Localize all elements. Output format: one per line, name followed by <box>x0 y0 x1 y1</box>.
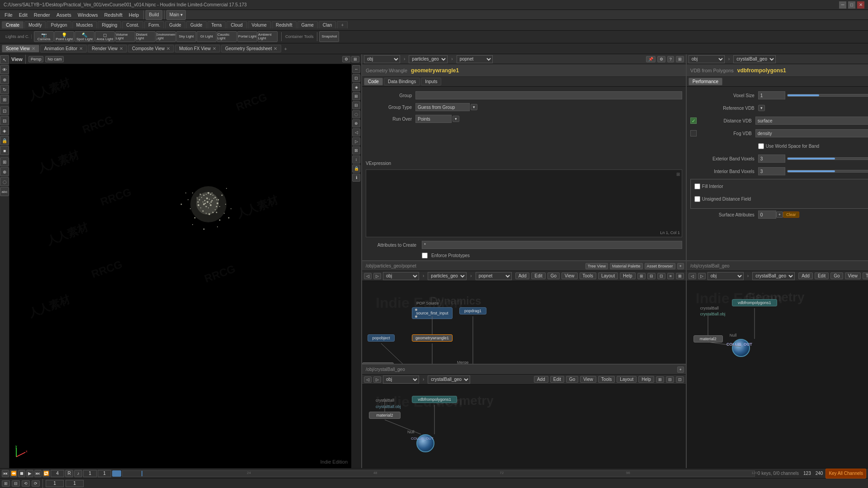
grid-tool[interactable]: ⊞ <box>0 157 9 166</box>
audio-btn[interactable]: ♪ <box>74 470 82 477</box>
shelf-tab-game[interactable]: Game <box>297 21 318 28</box>
ng-top-geo-select[interactable]: particles_geo <box>428 272 467 280</box>
vp-rt-9[interactable]: ▷ <box>352 137 360 145</box>
tab-scene-view-close[interactable]: ✕ <box>32 46 35 51</box>
spot-light-tool[interactable]: 🔦Spot Light <box>75 31 94 42</box>
menu-render[interactable]: Render <box>31 11 53 19</box>
props-help-btn[interactable]: ? <box>667 56 674 62</box>
add-tab-button[interactable]: + <box>282 46 288 52</box>
vp-rt-13[interactable]: ℹ <box>352 174 360 182</box>
bt-btn-2[interactable]: ⊟ <box>12 480 20 487</box>
shelf-tab-redshift[interactable]: Redshift <box>272 21 297 28</box>
ng-bot-icon2[interactable]: ⊟ <box>666 376 674 383</box>
props-tab-code[interactable]: Code <box>364 78 383 85</box>
ng-top-icon3[interactable]: ⊡ <box>657 273 665 279</box>
caustic-light-tool[interactable]: Caustic Light <box>217 31 237 42</box>
rng-go-menu[interactable]: Go <box>830 272 843 279</box>
shelf-tab-form[interactable]: Form. <box>144 21 164 28</box>
vexpression-input[interactable] <box>366 170 682 206</box>
shelf-tab-const[interactable]: Const. <box>122 21 143 28</box>
end-frame-input[interactable]: 1 <box>98 470 111 477</box>
ng-top-icon1[interactable]: ⊞ <box>637 273 646 279</box>
ng-top-view-menu[interactable]: View <box>561 272 578 279</box>
vp-rt-5[interactable]: ⊟ <box>352 101 360 109</box>
ng-bot-add-menu[interactable]: Add <box>534 376 548 383</box>
rotate-tool[interactable]: ↻ <box>0 85 9 94</box>
ng-top-icon2[interactable]: ⊟ <box>647 273 656 279</box>
surface-attrs-input[interactable]: 0 <box>758 211 776 219</box>
persp-dropdown[interactable]: Persp <box>28 56 44 62</box>
close-button[interactable]: ✕ <box>857 1 864 9</box>
stop-btn[interactable]: ⏹ <box>18 470 25 477</box>
rng-edit-menu[interactable]: Edit <box>815 272 829 279</box>
tab-motion-fx[interactable]: Motion FX View✕ <box>175 45 220 52</box>
props-pin-btn[interactable]: 📌 <box>646 56 656 62</box>
ng-bot-view-menu[interactable]: View <box>580 376 596 383</box>
point-light-tool[interactable]: 💡Point Light <box>54 31 74 42</box>
shelf-tab-rigging[interactable]: Rigging <box>98 21 121 28</box>
menu-edit[interactable]: Edit <box>16 11 30 19</box>
shelf-tab-guide1[interactable]: Guide <box>165 21 185 28</box>
play-start-btn[interactable]: ⏮ <box>2 470 9 477</box>
shelf-tab-volume[interactable]: Volume <box>248 21 271 28</box>
ng-bot-add-btn[interactable]: + <box>677 366 684 373</box>
ng-bot-icon1[interactable]: ⊞ <box>656 376 664 383</box>
reference-vdb-menu[interactable]: ▾ <box>758 105 765 111</box>
props-settings-btn[interactable]: ⚙ <box>657 56 665 62</box>
rng-obj-select[interactable]: obj <box>708 272 744 280</box>
transform-tool[interactable]: ⊕ <box>0 75 9 84</box>
ng-bot-help-menu[interactable]: Help <box>638 376 654 383</box>
vp-rt-3[interactable]: ◈ <box>352 83 360 91</box>
key-all-channels-btn[interactable]: Key All Channels <box>826 469 866 479</box>
props-geo-select[interactable]: particles_geo <box>409 55 448 63</box>
expand-vex-btn[interactable]: ⊞ <box>676 172 680 177</box>
menu-file[interactable]: File <box>2 11 15 19</box>
clear-btn[interactable]: Clear <box>783 211 799 218</box>
node-popobject[interactable]: popobject <box>368 334 395 342</box>
step-back-btn[interactable]: ⏪ <box>10 470 17 477</box>
unsigned-dist-checkbox[interactable] <box>694 196 700 202</box>
gi-light-tool[interactable]: GI Light <box>197 31 217 42</box>
rng-tb1[interactable]: ◁ <box>689 273 696 279</box>
group-type-input[interactable]: Guess from Group <box>415 103 470 111</box>
group-input[interactable] <box>415 91 682 99</box>
tab-comp-close[interactable]: ✕ <box>166 46 170 51</box>
shelf-tab-guide2[interactable]: Guide <box>186 21 207 28</box>
exterior-band-input[interactable]: 3 <box>758 155 785 163</box>
tab-mfx-close[interactable]: ✕ <box>212 46 216 51</box>
ng-top-icon5[interactable]: ⊠ <box>676 273 684 279</box>
play-btn[interactable]: ▶ <box>26 470 33 477</box>
enforce-checkbox[interactable] <box>422 253 428 258</box>
shelf-tab-modify[interactable]: Modify <box>24 21 46 28</box>
ng-panel-tab-asset[interactable]: Asset Browser <box>645 263 675 269</box>
bt-btn-4[interactable]: ⟳ <box>32 480 40 487</box>
vp-expand[interactable]: ⊞ <box>351 56 359 62</box>
props-expand-btn[interactable]: ⊞ <box>676 56 684 62</box>
ng-top-layout-menu[interactable]: Layout <box>598 272 618 279</box>
interior-band-input[interactable]: 3 <box>758 167 785 175</box>
rng-geo-select[interactable]: crystalBall_geo <box>752 272 795 280</box>
snapshot-tool[interactable]: Snapshot <box>319 31 339 42</box>
play-end-btn[interactable]: ⏭ <box>34 470 42 477</box>
shelf-tab-muscle[interactable]: Muscles <box>72 21 97 28</box>
ng-top-tb2[interactable]: ▷ <box>373 273 381 279</box>
exterior-band-track[interactable] <box>787 157 868 160</box>
rng-tb2[interactable]: ▷ <box>698 273 706 279</box>
select-tool[interactable]: ↖ <box>0 55 9 64</box>
area-light-tool[interactable]: ◻Area Light <box>95 31 115 42</box>
portal-light-tool[interactable]: Portal Light <box>237 31 257 42</box>
ng-top-tb1[interactable]: ◁ <box>364 273 372 279</box>
camera-lock-tool[interactable]: 🔒 <box>0 136 9 145</box>
volume-light-tool[interactable]: Volume Light <box>115 31 135 42</box>
surface-attrs-plus-btn[interactable]: + <box>776 211 783 218</box>
fog-vdb-check[interactable] <box>690 130 697 136</box>
rng-vdbfrompoly[interactable]: vdbfrompolygons1 <box>732 299 777 306</box>
tab-geo-close[interactable]: ✕ <box>274 46 277 51</box>
minimize-button[interactable]: ─ <box>839 1 846 9</box>
node-vdbfrompoly[interactable]: vdbfrompolygons1 <box>412 396 457 403</box>
tab-composite-view[interactable]: Composite View✕ <box>128 45 174 52</box>
guide-tool[interactable]: ◌ <box>0 177 9 186</box>
scrub-indicator[interactable] <box>112 470 121 477</box>
shelf-tab-polygon[interactable]: Polygon <box>47 21 71 28</box>
bt-btn-3[interactable]: ⟲ <box>22 480 30 487</box>
